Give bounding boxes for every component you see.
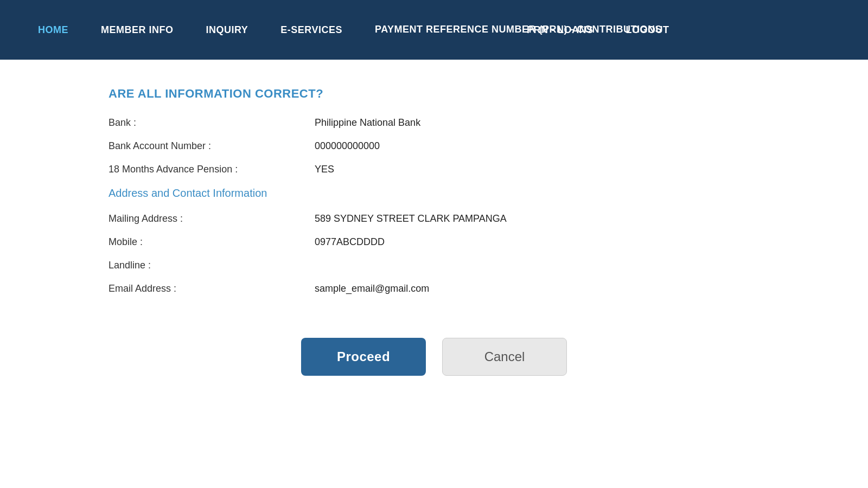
contact-info-section: Mailing Address : 589 SYDNEY STREET CLAR… — [108, 213, 760, 294]
bank-account-value: 000000000000 — [315, 140, 380, 152]
mailing-address-row: Mailing Address : 589 SYDNEY STREET CLAR… — [108, 213, 760, 224]
bank-account-row: Bank Account Number : 000000000000 — [108, 140, 760, 152]
email-label: Email Address : — [108, 283, 315, 294]
landline-label: Landline : — [108, 260, 315, 271]
mailing-address-label: Mailing Address : — [108, 213, 315, 224]
bank-info-section: Bank : Philippine National Bank Bank Acc… — [108, 117, 760, 175]
nav-member-info[interactable]: MEMBER INFO — [85, 24, 190, 36]
email-row: Email Address : sample_email@gmail.com — [108, 283, 760, 294]
bank-account-label: Bank Account Number : — [108, 140, 315, 152]
bank-row: Bank : Philippine National Bank — [108, 117, 760, 129]
navigation: HOME MEMBER INFO INQUIRY E-SERVICES PAYM… — [0, 0, 868, 60]
nav-inquiry[interactable]: INQUIRY — [190, 24, 265, 36]
section-title: ARE ALL INFORMATION CORRECT? — [108, 87, 760, 101]
mobile-value: 0977ABCDDDD — [315, 236, 385, 248]
nav-prn-contributions[interactable]: PAYMENT REFERENCE NUMBER (PRN) - CONTRIB… — [359, 23, 510, 36]
landline-row: Landline : — [108, 260, 760, 271]
main-content: ARE ALL INFORMATION CORRECT? Bank : Phil… — [0, 60, 868, 488]
advance-pension-row: 18 Months Advance Pension : YES — [108, 164, 760, 175]
email-value: sample_email@gmail.com — [315, 283, 429, 294]
bank-label: Bank : — [108, 117, 315, 129]
cancel-button[interactable]: Cancel — [442, 338, 567, 376]
mailing-address-value: 589 SYDNEY STREET CLARK PAMPANGA — [315, 213, 507, 224]
action-buttons: Proceed Cancel — [108, 338, 760, 376]
mobile-label: Mobile : — [108, 236, 315, 248]
advance-pension-value: YES — [315, 164, 334, 175]
nav-prn-loans[interactable]: PRN - LOANS — [510, 24, 610, 36]
nav-home[interactable]: HOME — [22, 24, 85, 36]
nav-eservices[interactable]: E-SERVICES — [264, 24, 359, 36]
address-subsection-title: Address and Contact Information — [108, 187, 760, 200]
advance-pension-label: 18 Months Advance Pension : — [108, 164, 315, 175]
proceed-button[interactable]: Proceed — [301, 338, 426, 376]
nav-logout[interactable]: LOGOUT — [610, 24, 686, 36]
bank-value: Philippine National Bank — [315, 117, 420, 129]
mobile-row: Mobile : 0977ABCDDDD — [108, 236, 760, 248]
